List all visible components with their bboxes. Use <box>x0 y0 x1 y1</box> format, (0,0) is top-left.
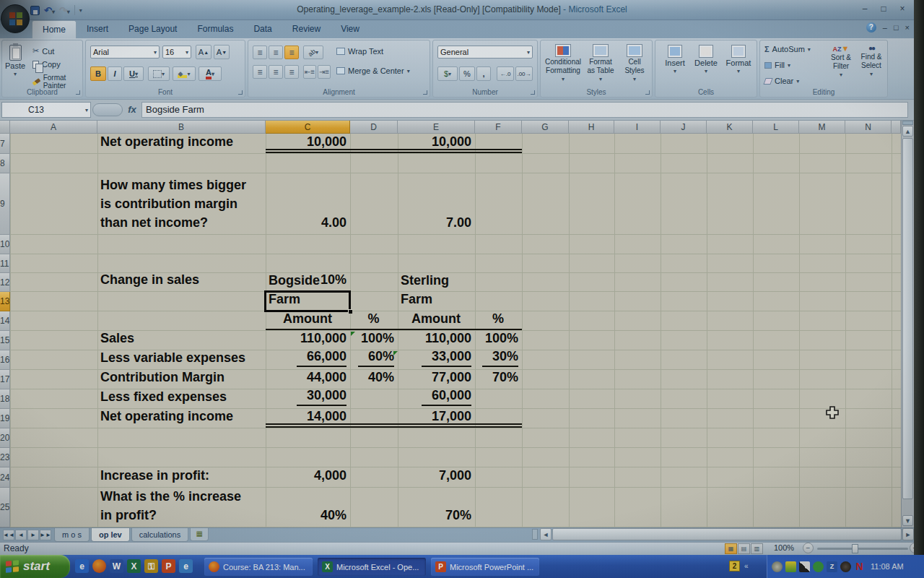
alignment-dialog-launcher[interactable] <box>423 90 427 95</box>
worksheet-grid[interactable]: ABCDEFGHIJKLMN78910111213141516171819202… <box>0 121 901 527</box>
cell-C9[interactable]: 4.00 <box>266 173 350 234</box>
comma-style-button[interactable]: , <box>476 66 491 81</box>
normal-view-icon[interactable]: ▦ <box>725 543 737 554</box>
cell-E13[interactable]: Sterling Farm <box>398 292 475 311</box>
tab-data[interactable]: Data <box>243 20 282 38</box>
doc-close-button[interactable]: × <box>905 23 910 32</box>
cell-F17[interactable]: 70% <box>476 370 522 389</box>
hide-icons-chevron-icon[interactable]: « <box>744 562 749 570</box>
minimize-button[interactable]: – <box>859 4 871 14</box>
delete-cells-button[interactable]: Delete▾ <box>692 45 720 74</box>
copy-button[interactable]: Copy <box>32 60 61 69</box>
top-align-button[interactable]: ≡ <box>253 46 267 59</box>
cell-E9[interactable]: 7.00 <box>398 173 475 234</box>
clear-button[interactable]: Clear▾ <box>764 77 799 85</box>
row-header-15[interactable]: 15 <box>0 331 10 350</box>
paste-button[interactable]: Paste▾ <box>5 45 25 77</box>
borders-button[interactable]: ▾ <box>148 66 170 81</box>
vertical-scrollbar[interactable]: ▲ ▼ <box>901 121 914 527</box>
vertical-split-handle[interactable] <box>902 121 913 125</box>
wrap-text-button[interactable]: Wrap Text <box>336 47 383 56</box>
vertical-scroll-thumb[interactable] <box>902 138 913 499</box>
firefox-icon[interactable] <box>92 559 106 573</box>
fill-color-button[interactable]: ◆▾ <box>173 66 196 81</box>
start-button[interactable]: start <box>0 555 70 578</box>
ie-icon[interactable]: e <box>75 559 89 573</box>
cell-B19[interactable]: Net operating income <box>98 409 266 428</box>
middle-align-button[interactable]: ≡ <box>269 46 283 59</box>
fill-button[interactable]: Fill▾ <box>764 61 790 69</box>
tray-shield-icon[interactable] <box>785 561 796 572</box>
redo-button[interactable]: ↷▾ <box>59 5 70 16</box>
scroll-up-icon[interactable]: ▲ <box>902 126 913 137</box>
name-box[interactable]: C13 ▾ <box>1 102 91 118</box>
decrease-decimal-button[interactable]: .00→ <box>515 66 533 81</box>
cell-E25[interactable]: 70% <box>398 488 475 527</box>
underline-button[interactable]: U ▾ <box>123 66 144 81</box>
cell-C24[interactable]: 4,000 <box>266 467 350 487</box>
cell-F14[interactable]: % <box>476 311 522 330</box>
sheet-tab-calculations[interactable]: calculations <box>131 528 188 542</box>
cell-E14[interactable]: Amount <box>398 311 475 330</box>
sheet-tab-op-lev[interactable]: op lev <box>91 528 130 542</box>
office-button[interactable] <box>1 4 30 33</box>
cell-E16[interactable]: 33,000 <box>398 350 475 369</box>
orientation-button[interactable]: ab▾ <box>303 46 323 59</box>
next-sheet-icon[interactable]: ► <box>27 530 39 540</box>
first-sheet-icon[interactable]: ◄◄ <box>3 530 14 540</box>
percent-style-button[interactable]: % <box>459 66 475 81</box>
prev-sheet-icon[interactable]: ◄ <box>15 530 27 540</box>
tab-view[interactable]: View <box>331 20 370 38</box>
cell-E24[interactable]: 7,000 <box>398 467 475 487</box>
col-header-N[interactable]: N <box>845 121 892 134</box>
increase-decimal-button[interactable]: ←.0 <box>497 66 514 81</box>
align-left-button[interactable]: ≡ <box>253 65 267 79</box>
clipboard-dialog-launcher[interactable] <box>76 90 80 95</box>
tab-page-layout[interactable]: Page Layout <box>118 20 187 38</box>
col-header-F[interactable]: F <box>475 121 522 134</box>
cell-C14[interactable]: Amount <box>266 311 350 330</box>
font-name-select[interactable]: Arial▾ <box>90 46 160 59</box>
tab-formulas[interactable]: Formulas <box>187 20 243 38</box>
key-icon[interactable]: ⚿ <box>144 559 158 573</box>
cell-D17[interactable]: 40% <box>351 370 398 389</box>
col-header-E[interactable]: E <box>398 121 475 134</box>
cell-B7[interactable]: Net operating income <box>98 134 266 153</box>
cell-B24[interactable]: Increase in profit: <box>98 467 266 487</box>
grow-font-button[interactable]: A▲ <box>196 45 212 59</box>
col-header-D[interactable]: D <box>350 121 398 134</box>
merge-center-button[interactable]: Merge & Center▾ <box>336 66 410 75</box>
scroll-down-icon[interactable]: ▼ <box>902 515 913 526</box>
word-icon[interactable]: W <box>110 559 123 573</box>
undo-button[interactable]: ↶▾ <box>44 5 55 16</box>
cell-E18[interactable]: 60,000 <box>398 389 475 408</box>
tab-home[interactable]: Home <box>32 20 77 38</box>
row-header-11[interactable]: 11 <box>0 254 10 273</box>
update-shield-icon[interactable]: 2 <box>729 561 740 571</box>
number-dialog-launcher[interactable] <box>531 90 535 95</box>
col-header-M[interactable]: M <box>799 121 845 134</box>
page-break-view-icon[interactable]: ▥ <box>751 543 763 554</box>
tray-globe-icon[interactable] <box>772 561 783 572</box>
cell-B9[interactable]: How many times bigger is contribution ma… <box>98 173 266 234</box>
align-center-button[interactable]: ≡ <box>269 65 283 79</box>
row-header-14[interactable]: 14 <box>0 311 10 331</box>
cell-C16[interactable]: 66,000 <box>266 350 350 369</box>
save-icon[interactable] <box>30 6 40 15</box>
scroll-left-icon[interactable]: ◄ <box>540 528 552 540</box>
tab-split-handle[interactable] <box>532 529 538 540</box>
insert-worksheet-icon[interactable]: ▦ <box>190 528 209 541</box>
increase-indent-button[interactable]: ⇥≡ <box>318 65 331 79</box>
row-header-13[interactable]: 13 <box>0 292 10 311</box>
format-painter-button[interactable]: Format Painter <box>32 74 82 90</box>
row-header-23[interactable]: 23 <box>0 448 10 467</box>
col-header-L[interactable]: L <box>753 121 799 134</box>
horizontal-scrollbar[interactable]: ◄ ► <box>540 528 914 540</box>
zoom-out-icon[interactable]: − <box>803 543 814 553</box>
horizontal-scroll-thumb[interactable] <box>552 528 902 540</box>
col-header-C[interactable]: C <box>266 121 350 134</box>
format-as-table-button[interactable]: Format as Table▾ <box>584 44 617 82</box>
name-box-dropdown-icon[interactable]: ▾ <box>85 107 90 113</box>
tray-n-icon[interactable]: N <box>854 561 865 572</box>
doc-minimize-button[interactable]: – <box>883 23 887 32</box>
